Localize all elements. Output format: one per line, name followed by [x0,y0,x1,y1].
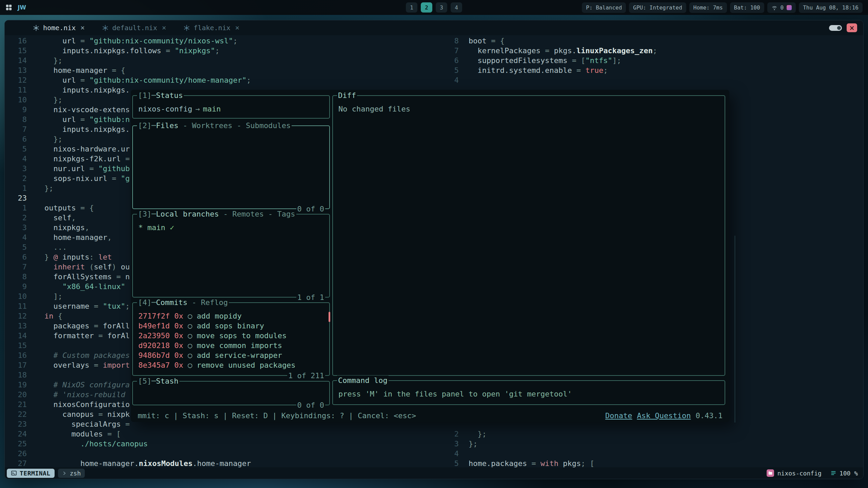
code-line[interactable]: 25 ./hosts/canopus [5,439,251,449]
commit-row[interactable]: 2a23950 0x ○ move sops to modules [138,331,324,341]
notification-count[interactable]: 0 [781,4,784,11]
line-number: 5 [429,459,469,467]
lazygit-status-panel[interactable]: [1]─Status nixos-config→main [132,95,330,119]
lazygit-command-log-panel[interactable]: Command log press 'M' in the files panel… [332,380,725,405]
repo-label: nixos-config [777,470,822,477]
line-number: 4 [429,75,469,85]
tab-label: flake.nix [194,24,230,32]
commit-row[interactable]: 9486b7d 0x ○ add service-wrapper [138,350,324,360]
lazygit-popup: [1]─Status nixos-config→main [2]─Files -… [131,90,729,422]
donate-link[interactable]: Donate [605,411,632,421]
code-text: }; [44,95,62,105]
status-chip[interactable]: GPU: Integrated [629,2,686,13]
code-line[interactable]: 12 url = "github:nix-community/home-mana… [5,75,251,85]
apps-menu-icon[interactable] [5,4,12,11]
code-text: forAllSystems = n [44,272,130,282]
code-line[interactable]: 3}; [429,439,657,449]
status-chip[interactable]: Home: 7ms [689,2,727,13]
code-line[interactable]: 26 [5,449,251,459]
repo-indicator[interactable]: nixos-config [767,469,822,477]
clock[interactable]: Thu Aug 08, 18:16 [799,2,863,13]
code-text: inputs.nixpkgs. [44,85,130,95]
code-line[interactable]: 6 supportedFilesystems = ["ntfs"]; [429,56,657,65]
lines-icon [830,470,836,476]
lazygit-commits-panel[interactable]: [4]─Commits - Reflog 2717f2f 0x ○ add mo… [132,302,330,376]
tab-close-icon[interactable]: × [80,24,85,32]
workspace-button-2[interactable]: 2 [421,2,432,13]
scrollbar-thumb[interactable] [329,312,330,322]
ask-question-link[interactable]: Ask Question [637,411,691,421]
line-number: 11 [5,85,44,95]
pin-toggle[interactable] [829,25,842,31]
code-text: kernelPackages = pkgs.linuxPackages_zen; [469,46,657,56]
tab-flake.nix[interactable]: flake.nix× [180,20,243,35]
line-number: 9 [5,282,44,291]
tab-home.nix[interactable]: home.nix× [29,20,88,35]
code-line[interactable]: 4 [429,449,657,459]
workspace-button-4[interactable]: 4 [451,2,462,13]
commit-message: move common imports [197,341,282,350]
code-text: boot = { [469,36,505,46]
code-text: }; [44,183,54,193]
commit-message: add sops binary [197,322,264,330]
command-log-content: press 'M' in the files panel to open 'gi… [333,381,725,402]
lazygit-files-panel[interactable]: [2]─Files - Worktrees - Submodules 0 of … [132,125,330,209]
code-text: sops-nix.url = "g [44,174,130,183]
code-text: home.packages = with pkgs; [ [469,459,594,467]
line-number: 15 [5,341,44,350]
status-chip[interactable]: P: Balanced [582,2,626,13]
commit-message: add service-wrapper [197,351,282,360]
line-number: 22 [5,409,44,419]
code-line[interactable]: 16 url = "github:nix-community/nixos-wsl… [5,36,251,46]
commit-row[interactable]: b49ef1d 0x ○ add sops binary [138,321,324,331]
commit-hash: d920218 [138,341,174,350]
commit-row[interactable]: 8e345a7 0x ○ remove unused packages [138,360,324,370]
commit-message: remove unused packages [197,361,295,369]
code-text: home-manager.nixosModules.home-manager [44,459,251,467]
status-line: TERMINAL zsh nixos-config [5,467,863,479]
code-line[interactable]: 27 home-manager.nixosModules.home-manage… [5,459,251,467]
wifi-icon[interactable] [771,4,777,11]
status-chip[interactable]: Bat: 100 [730,2,764,13]
commit-hash: 8e345a7 [138,361,174,369]
commit-row[interactable]: d920218 0x ○ move common imports [138,341,324,350]
code-text: supportedFilesystems = ["ntfs"]; [469,56,621,65]
system-tray[interactable]: 0 [767,2,796,13]
color-swatch-icon[interactable] [787,5,792,10]
graph-node-icon: ○ [188,361,197,369]
code-text: url = "github:nix-community/nixos-wsl"; [44,36,238,46]
code-text: # Custom packages [44,350,130,360]
line-number: 16 [5,350,44,360]
layout-badge[interactable]: JW [18,4,26,11]
code-line[interactable]: 7 kernelPackages = pkgs.linuxPackages_ze… [429,46,657,56]
code-line[interactable]: 13 home-manager = { [5,65,251,75]
code-line[interactable]: 2 }; [429,429,657,439]
lazygit-stash-panel[interactable]: [5]─Stash 0 of 0 [132,381,330,405]
code-line[interactable]: 4 [429,75,657,85]
code-line[interactable]: 15 inputs.nixpkgs.follows = "nixpkgs"; [5,46,251,56]
pane-scrollbar[interactable] [734,236,735,423]
commit-row[interactable]: 2717f2f 0x ○ add mopidy [138,311,324,321]
code-text: inherit (self) ou [44,262,130,272]
code-line[interactable]: 14 }; [5,56,251,65]
commit-author: 0x [174,322,188,330]
tab-close-icon[interactable]: × [235,24,239,32]
code-line[interactable]: 5home.packages = with pkgs; [ [429,459,657,467]
tab-close-icon[interactable]: × [162,24,166,32]
workspace-button-1[interactable]: 1 [406,2,417,13]
code-line[interactable]: 8boot = { [429,36,657,46]
pin-toggle-dot [837,26,841,30]
window-close-button[interactable]: × [847,23,857,32]
code-text: outputs = { [44,203,94,213]
code-text: # NixOS configura [44,380,130,390]
lazygit-branches-panel[interactable]: [3]─Local branches - Remotes - Tags * ma… [132,214,330,298]
workspace-button-3[interactable]: 3 [436,2,447,13]
code-line[interactable]: 5 initrd.systemd.enable = true; [429,65,657,75]
tab-default.nix[interactable]: default.nix× [98,20,170,35]
code-line[interactable]: 24 modules = [ [5,429,251,439]
lazygit-diff-panel[interactable]: Diff No changed files [332,95,725,376]
panel-title: Command log [337,375,389,385]
mode-badge: TERMINAL [7,469,55,478]
terminal-icon [11,470,17,476]
shell-indicator[interactable]: zsh [58,469,85,478]
